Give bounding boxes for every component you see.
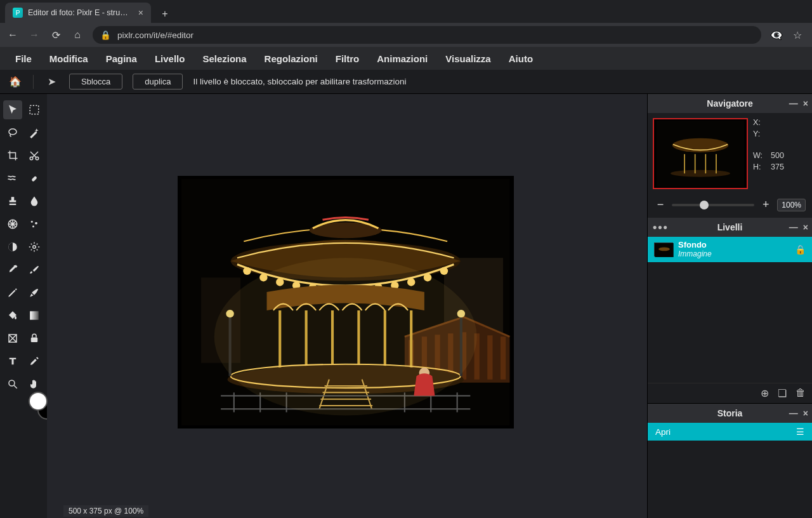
menu-view[interactable]: Visualizza (445, 53, 490, 64)
history-item[interactable]: Apri ☰ (648, 423, 812, 441)
history-item-label: Apri (655, 427, 671, 437)
tool-sparkle[interactable] (25, 215, 44, 234)
browser-tab[interactable]: P Editor di foto: Pixlr E - strumento × (5, 3, 151, 23)
address-bar[interactable]: 🔒 pixlr.com/it/e/#editor (93, 26, 761, 44)
close-icon[interactable]: × (803, 222, 808, 232)
tool-eyedropper[interactable] (3, 260, 22, 279)
tool-heal[interactable] (25, 169, 44, 188)
tool-cut[interactable] (25, 146, 44, 165)
tool-liquify[interactable] (3, 169, 22, 188)
navigator-x-label: X: (753, 118, 766, 127)
options-bar: 🏠 ➤ Sblocca duplica Il livello è bloccat… (0, 70, 812, 94)
minimize-icon[interactable]: — (789, 222, 798, 232)
foreground-color[interactable] (29, 392, 48, 411)
svg-point-6 (31, 221, 33, 223)
tool-lock[interactable] (25, 329, 44, 348)
nav-reload-icon[interactable]: ⟳ (49, 29, 62, 41)
svg-point-63 (671, 170, 730, 177)
history-item-icon: ☰ (796, 427, 804, 437)
pointer-icon[interactable]: ➤ (44, 76, 59, 88)
duplicate-button[interactable]: duplica (133, 74, 183, 90)
tool-blur[interactable] (25, 192, 44, 211)
svg-point-69 (658, 248, 670, 251)
close-icon[interactable]: × (803, 98, 808, 109)
menu-anim[interactable]: Animazioni (377, 53, 428, 64)
options-hint: Il livello è bloccato, sbloccalo per abi… (193, 77, 406, 86)
navigator-body: X: Y: W:500 H:375 (648, 113, 812, 194)
svg-rect-11 (30, 311, 39, 320)
tool-palette: ⟲ (0, 94, 47, 518)
tool-hand[interactable] (25, 375, 44, 394)
nav-forward-icon[interactable]: → (28, 29, 41, 41)
panel-title: Navigatore (707, 98, 752, 109)
tool-zoom[interactable] (3, 375, 22, 394)
svg-point-60 (214, 258, 477, 415)
zoom-slider-thumb[interactable] (700, 201, 709, 209)
tool-marquee[interactable] (25, 100, 44, 119)
tool-crop[interactable] (3, 146, 22, 165)
layer-thumbnail (654, 242, 673, 256)
tool-wand[interactable] (25, 123, 44, 142)
tool-gradient[interactable] (25, 306, 44, 325)
menu-edit[interactable]: Modifica (49, 53, 88, 64)
lock-icon: 🔒 (100, 30, 111, 40)
tool-shape[interactable] (3, 329, 22, 348)
menu-help[interactable]: Aiuto (509, 53, 533, 64)
nav-back-icon[interactable]: ← (6, 29, 19, 41)
menu-page[interactable]: Pagina (106, 53, 137, 64)
history-list: Apri ☰ (648, 423, 812, 518)
layer-lock-icon[interactable]: 🔒 (795, 244, 806, 255)
tool-colorpicker[interactable] (25, 352, 44, 371)
zoom-in-button[interactable]: + (759, 198, 772, 211)
pixlr-app: File Modifica Pagina Livello Seleziona R… (0, 47, 812, 518)
menu-layer[interactable]: Livello (155, 53, 185, 64)
add-layer-icon[interactable]: ⊕ (761, 387, 769, 399)
artboard[interactable] (178, 176, 514, 428)
duplicate-layer-icon[interactable]: ❏ (778, 387, 787, 399)
favorite-icon[interactable]: ☆ (793, 29, 802, 41)
right-panels: Navigatore — × X: Y: W:500 H:375 (647, 94, 812, 518)
minimize-icon[interactable]: — (789, 408, 798, 418)
new-tab-button[interactable]: + (156, 5, 174, 23)
tool-fill[interactable] (3, 306, 22, 325)
incognito-icon[interactable]: 👁‍🗨 (770, 29, 783, 41)
tool-pencil[interactable] (3, 283, 22, 302)
home-icon[interactable]: 🏠 (8, 76, 23, 88)
nav-home-icon[interactable]: ⌂ (71, 29, 84, 41)
minimize-icon[interactable]: — (789, 98, 798, 109)
navigator-thumbnail[interactable] (653, 118, 748, 189)
svg-rect-4 (31, 176, 37, 182)
tool-pixelate[interactable] (3, 215, 22, 234)
panel-menu-icon[interactable]: ••• (653, 221, 669, 234)
close-tab-icon[interactable]: × (138, 8, 143, 18)
zoom-out-button[interactable]: − (654, 198, 667, 211)
tool-brush[interactable] (25, 260, 44, 279)
tool-stamp[interactable] (3, 192, 22, 211)
canvas-image (181, 179, 509, 425)
menu-select[interactable]: Seleziona (202, 53, 246, 64)
zoom-slider[interactable] (672, 204, 754, 206)
tool-gear[interactable] (25, 237, 44, 256)
tool-dodge[interactable] (3, 237, 22, 256)
panel-header-navigator: Navigatore — × (648, 94, 812, 113)
menu-filter[interactable]: Filtro (336, 53, 360, 64)
svg-point-1 (9, 129, 16, 135)
unlock-button[interactable]: Sblocca (69, 74, 122, 90)
menubar: File Modifica Pagina Livello Seleziona R… (0, 47, 812, 70)
layers-list: Sfondo Immagine 🔒 (648, 237, 812, 383)
zoom-value[interactable]: 100% (777, 199, 806, 211)
tool-pen[interactable] (25, 283, 44, 302)
tool-arrow[interactable] (3, 100, 22, 119)
svg-rect-13 (31, 338, 38, 343)
tool-lasso[interactable] (3, 123, 22, 142)
delete-layer-icon[interactable]: 🗑 (796, 387, 806, 399)
navigator-w-value: 500 (771, 151, 784, 160)
layer-row[interactable]: Sfondo Immagine 🔒 (648, 237, 812, 262)
menu-file[interactable]: File (15, 53, 32, 64)
canvas-area[interactable]: 500 x 375 px @ 100% (47, 94, 647, 518)
address-text: pixlr.com/it/e/#editor (117, 30, 193, 40)
menu-adjust[interactable]: Regolazioni (265, 53, 318, 64)
tool-text[interactable] (3, 352, 22, 371)
svg-rect-0 (30, 105, 39, 114)
close-icon[interactable]: × (803, 408, 808, 418)
